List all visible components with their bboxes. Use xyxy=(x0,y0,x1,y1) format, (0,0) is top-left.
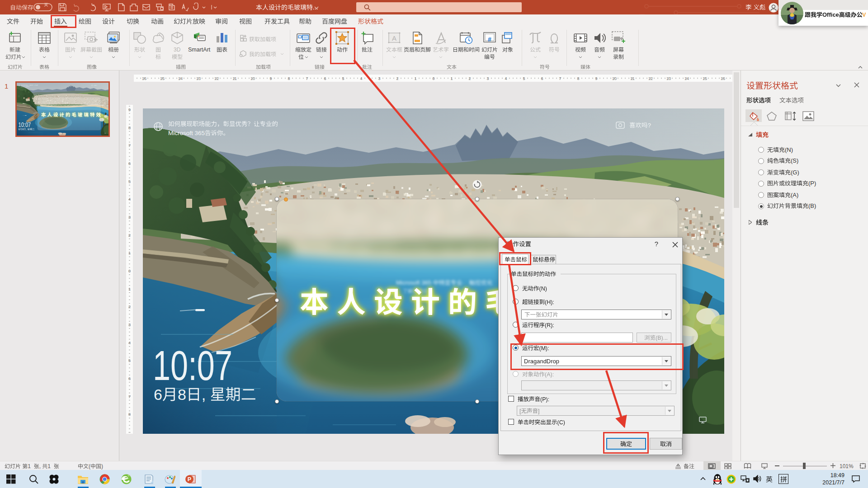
svg-text:3D: 3D xyxy=(174,47,181,53)
svg-text:16: 16 xyxy=(721,76,725,81)
svg-text:4: 4 xyxy=(360,76,362,81)
svg-text:10: 10 xyxy=(612,76,617,81)
svg-text:11: 11 xyxy=(630,76,634,81)
svg-text:(A):: (A): xyxy=(545,371,554,378)
svg-text:5: 5 xyxy=(342,76,344,81)
svg-text:Office: Office xyxy=(822,11,839,18)
svg-text:(R):: (R): xyxy=(545,322,554,328)
svg-text:(S): (S) xyxy=(791,157,798,164)
svg-text:8: 8 xyxy=(128,126,131,130)
svg-text:[: [ xyxy=(519,408,521,414)
svg-text:0: 0 xyxy=(128,269,131,273)
svg-text:5: 5 xyxy=(523,76,525,81)
svg-text:7: 7 xyxy=(559,76,561,81)
svg-text:4: 4 xyxy=(128,197,131,202)
svg-text:3: 3 xyxy=(128,323,131,327)
svg-text:7: 7 xyxy=(306,76,308,81)
svg-text:14: 14 xyxy=(684,76,689,81)
svg-text:3: 3 xyxy=(486,76,489,81)
svg-text:2: 2 xyxy=(396,76,398,81)
svg-text:6: 6 xyxy=(128,376,131,381)
svg-text:(P): (P) xyxy=(808,180,816,187)
svg-text:(H):: (H): xyxy=(545,299,554,305)
svg-text:6: 6 xyxy=(128,161,131,166)
svg-text:(: ( xyxy=(89,463,90,469)
svg-text:(N): (N) xyxy=(785,146,793,153)
svg-text:(B): (B) xyxy=(808,202,816,209)
svg-text:4: 4 xyxy=(128,341,131,345)
svg-text:9: 9 xyxy=(595,76,597,81)
svg-text:4: 4 xyxy=(505,76,507,81)
svg-text:7: 7 xyxy=(128,394,131,399)
svg-text:(P):: (P): xyxy=(540,396,549,403)
svg-text:1: 1 xyxy=(450,76,453,81)
svg-text:(B)...: (B)... xyxy=(656,335,668,341)
svg-text:0: 0 xyxy=(432,76,434,81)
svg-text:): ) xyxy=(101,463,103,469)
svg-text:9: 9 xyxy=(269,76,272,81)
svg-text:8: 8 xyxy=(128,412,131,417)
svg-text:9: 9 xyxy=(128,108,131,112)
svg-text:(C): (C) xyxy=(557,419,565,426)
svg-text:1: 1 xyxy=(128,251,131,255)
svg-text:3: 3 xyxy=(128,215,131,220)
svg-text:15: 15 xyxy=(703,76,707,81)
svg-text:(N): (N) xyxy=(539,286,547,292)
svg-text:14: 14 xyxy=(178,76,183,81)
svg-text:2: 2 xyxy=(468,76,471,81)
svg-text:8: 8 xyxy=(577,76,579,81)
svg-text:10: 10 xyxy=(250,76,255,81)
svg-text:7: 7 xyxy=(128,143,131,148)
svg-text:5: 5 xyxy=(128,358,131,363)
svg-text:(A): (A) xyxy=(791,192,798,198)
svg-text:6: 6 xyxy=(541,76,543,81)
svg-text:5: 5 xyxy=(128,179,131,184)
svg-text:2: 2 xyxy=(128,305,131,309)
svg-text:SmartArt: SmartArt xyxy=(188,47,211,53)
svg-text:16: 16 xyxy=(142,76,146,81)
svg-text:13: 13 xyxy=(196,76,201,81)
svg-text:15: 15 xyxy=(160,76,165,81)
svg-text:]: ] xyxy=(538,408,539,414)
svg-text:P: P xyxy=(188,476,191,483)
svg-text:13: 13 xyxy=(666,76,671,81)
svg-text:12: 12 xyxy=(648,76,653,81)
svg-text:2: 2 xyxy=(128,233,131,238)
svg-text:8: 8 xyxy=(288,76,290,81)
svg-text:12: 12 xyxy=(214,76,219,81)
svg-text:A: A xyxy=(392,34,396,42)
svg-text:(G): (G) xyxy=(791,169,799,176)
svg-text:3: 3 xyxy=(378,76,380,81)
svg-text:1: 1 xyxy=(414,76,416,81)
svg-text:1: 1 xyxy=(5,82,8,90)
svg-text:11: 11 xyxy=(232,76,236,81)
svg-text:1: 1 xyxy=(28,463,31,469)
svg-text:,: , xyxy=(39,463,41,469)
svg-text:1: 1 xyxy=(47,463,51,469)
svg-text:1: 1 xyxy=(128,287,131,291)
svg-text:#: # xyxy=(488,36,491,43)
svg-text:6: 6 xyxy=(324,76,326,81)
